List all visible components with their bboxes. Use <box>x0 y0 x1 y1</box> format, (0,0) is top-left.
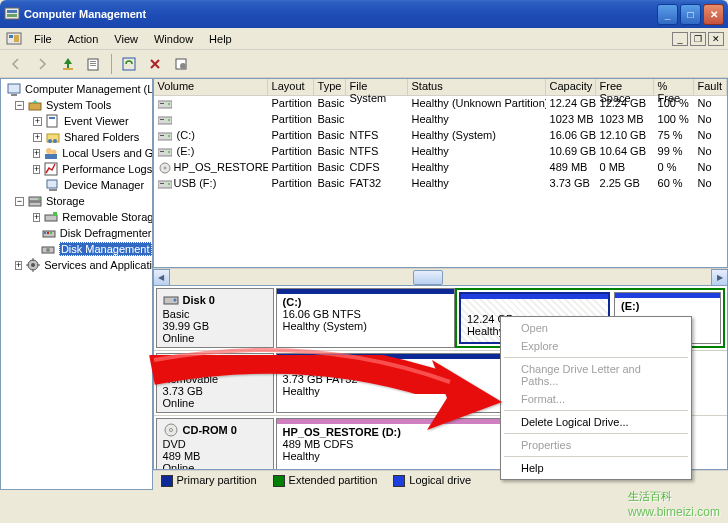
partition-hp-restore[interactable]: HP_OS_RESTORE (D:) 489 MB CDFS Healthy <box>276 418 506 470</box>
scroll-left-button[interactable]: ◀ <box>153 269 170 286</box>
svg-rect-9 <box>90 63 96 64</box>
tree-storage[interactable]: − Storage <box>1 193 152 209</box>
menu-file[interactable]: File <box>26 31 60 47</box>
svg-point-13 <box>180 63 186 69</box>
tree-event-viewer[interactable]: + Event Viewer <box>1 113 152 129</box>
collapse-icon[interactable]: − <box>15 197 24 206</box>
tree-event-viewer-label: Event Viewer <box>64 115 129 127</box>
tree-device-manager[interactable]: Device Manager <box>1 177 152 193</box>
col-capacity[interactable]: Capacity <box>546 79 596 96</box>
expand-icon[interactable]: + <box>33 165 40 174</box>
tree-shared-folders-label: Shared Folders <box>64 131 139 143</box>
svg-rect-1 <box>7 10 17 13</box>
table-row[interactable]: (C:)PartitionBasicNTFSHealthy (System)16… <box>154 128 727 144</box>
scroll-track[interactable] <box>170 269 711 286</box>
expand-icon[interactable]: + <box>15 261 22 270</box>
menu-help[interactable]: Help <box>503 459 689 477</box>
mdi-close-button[interactable]: ✕ <box>708 32 724 46</box>
cdrom-icon <box>163 422 179 438</box>
svg-rect-41 <box>158 101 172 108</box>
cdrom-0-label[interactable]: CD-ROM 0 DVD 489 MB Online <box>156 418 274 470</box>
expand-icon[interactable]: + <box>33 213 40 222</box>
expand-icon[interactable]: + <box>33 117 42 126</box>
svg-rect-42 <box>160 103 164 104</box>
table-row[interactable]: (E:)PartitionBasicNTFSHealthy10.69 GB10.… <box>154 144 727 160</box>
users-icon <box>43 145 59 161</box>
disk-icon <box>163 292 179 308</box>
svg-point-63 <box>169 429 172 432</box>
partition-c[interactable]: (C:) 16.06 GB NTFS Healthy (System) <box>276 288 455 348</box>
up-button[interactable] <box>56 52 80 76</box>
expand-icon[interactable]: + <box>33 133 42 142</box>
menu-delete-logical-drive[interactable]: Delete Logical Drive... <box>503 413 689 431</box>
back-button[interactable] <box>4 52 28 76</box>
tree-services-apps[interactable]: + Services and Applications <box>1 257 152 273</box>
menu-open[interactable]: Open <box>503 319 689 337</box>
menu-format[interactable]: Format... <box>503 390 689 408</box>
table-row[interactable]: PartitionBasicHealthy (Unknown Partition… <box>154 96 727 112</box>
scroll-thumb[interactable] <box>413 270 443 285</box>
disk-0-name: Disk 0 <box>183 294 215 306</box>
mdi-restore-button[interactable]: ❐ <box>690 32 706 46</box>
tree-disk-defrag[interactable]: Disk Defragmenter <box>1 225 152 241</box>
minimize-button[interactable]: _ <box>657 4 678 25</box>
delete-toolbar-button[interactable] <box>143 52 167 76</box>
svg-rect-61 <box>173 359 178 363</box>
col-fault[interactable]: Fault <box>694 79 727 96</box>
menu-action[interactable]: Action <box>60 31 107 47</box>
svg-rect-15 <box>11 94 17 96</box>
tree-perf-logs[interactable]: + Performance Logs and Alerts <box>1 161 152 177</box>
extended-swatch <box>273 475 285 487</box>
tree-removable-storage[interactable]: + Removable Storage <box>1 209 152 225</box>
menubar: File Action View Window Help _ ❐ ✕ <box>0 28 728 50</box>
tree-system-tools[interactable]: − System Tools <box>1 97 152 113</box>
menu-window[interactable]: Window <box>146 31 201 47</box>
mdi-minimize-button[interactable]: _ <box>672 32 688 46</box>
disk-1-label[interactable]: Disk 1 Removable 3.73 GB Online <box>156 353 274 413</box>
close-button[interactable]: ✕ <box>703 4 724 25</box>
col-filesystem[interactable]: File System <box>346 79 408 96</box>
cdrom-0-size: 489 MB <box>163 450 267 462</box>
tree-disk-management[interactable]: Disk Management <box>1 241 152 257</box>
svg-rect-4 <box>9 35 13 38</box>
svg-rect-18 <box>49 117 55 119</box>
volume-icon <box>158 114 172 126</box>
disk-1-type: Removable <box>163 373 267 385</box>
col-freespace[interactable]: Free Space <box>596 79 654 96</box>
refresh-button[interactable] <box>117 52 141 76</box>
tree-removable-storage-label: Removable Storage <box>62 211 152 223</box>
settings-toolbar-button[interactable] <box>169 52 193 76</box>
svg-rect-27 <box>49 189 57 191</box>
expand-icon[interactable]: + <box>33 149 40 158</box>
menu-view[interactable]: View <box>106 31 146 47</box>
menu-change-drive-letter[interactable]: Change Drive Letter and Paths... <box>503 360 689 390</box>
maximize-button[interactable]: □ <box>680 4 701 25</box>
col-layout[interactable]: Layout <box>268 79 314 96</box>
menu-properties[interactable]: Properties <box>503 436 689 454</box>
disk-0-state: Online <box>163 332 267 344</box>
tree-root[interactable]: Computer Management (Local) <box>1 81 152 97</box>
properties-button[interactable] <box>82 52 106 76</box>
disk-0-label[interactable]: Disk 0 Basic 39.99 GB Online <box>156 288 274 348</box>
table-row[interactable]: USB (F:)PartitionBasicFAT32Healthy3.73 G… <box>154 176 727 192</box>
tree-local-users[interactable]: + Local Users and Groups <box>1 145 152 161</box>
menu-divider <box>504 433 688 434</box>
table-row[interactable]: PartitionBasicHealthy1023 MB1023 MB100 %… <box>154 112 727 128</box>
horizontal-scrollbar[interactable]: ◀ ▶ <box>153 268 728 285</box>
partition-usb[interactable]: USB (F:) 3.73 GB FAT32 Healthy <box>276 353 506 413</box>
volume-icon <box>158 130 172 142</box>
menu-divider <box>504 357 688 358</box>
forward-button[interactable] <box>30 52 54 76</box>
table-row[interactable]: HP_OS_RESTORE (D:)PartitionBasicCDFSHeal… <box>154 160 727 176</box>
tree-shared-folders[interactable]: + Shared Folders <box>1 129 152 145</box>
col-volume[interactable]: Volume <box>154 79 268 96</box>
col-status[interactable]: Status <box>408 79 546 96</box>
tree-disk-defrag-label: Disk Defragmenter <box>60 227 152 239</box>
col-pctfree[interactable]: % Free <box>654 79 694 96</box>
menu-help[interactable]: Help <box>201 31 240 47</box>
scroll-right-button[interactable]: ▶ <box>711 269 728 286</box>
collapse-icon[interactable]: − <box>15 101 24 110</box>
col-type[interactable]: Type <box>314 79 346 96</box>
tree-pane[interactable]: Computer Management (Local) − System Too… <box>0 78 153 490</box>
menu-explore[interactable]: Explore <box>503 337 689 355</box>
